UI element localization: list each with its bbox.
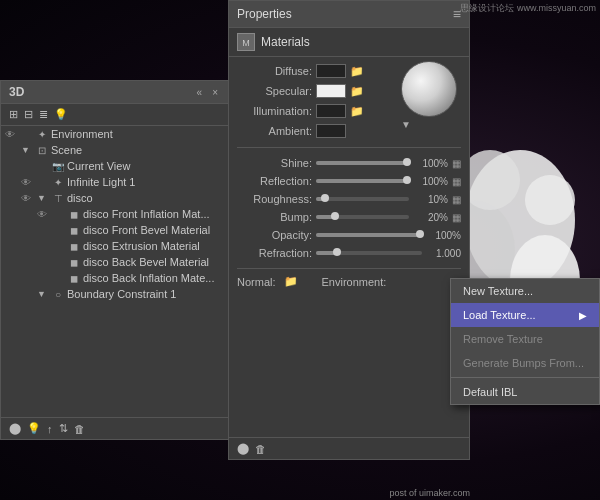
bottom-up-arrow-icon[interactable]: ↑ [47,423,53,435]
context-menu-default-ibl[interactable]: Default IBL [451,380,599,404]
opacity-slider[interactable] [316,233,422,237]
panel-close-icon[interactable]: × [209,86,221,99]
env-type-icon: ✦ [33,129,51,140]
shine-fill [316,161,407,165]
roughness-thumb[interactable] [321,194,329,202]
opacity-thumb[interactable] [416,230,424,238]
reflection-folder-icon[interactable]: ▦ [452,176,461,187]
refraction-label: Refraction: [237,247,312,259]
tree-item-disco-back-inflation[interactable]: ◼ disco Back Inflation Mate... [1,270,229,286]
expand-icon[interactable]: ▼ [21,145,33,155]
shine-slider[interactable] [316,161,409,165]
bump-row: Bump: 20% ▦ [237,208,461,226]
tree-item-disco-extrusion[interactable]: ◼ disco Extrusion Material [1,238,229,254]
scene-type-icon: ⊡ [33,145,51,156]
mesh-type-icon: ⊤ [49,193,67,204]
context-menu-generate-bumps: Generate Bumps From... [451,351,599,375]
roughness-value: 10% [413,194,448,205]
current-view-label: Current View [67,160,225,172]
constraint-type-icon: ○ [49,289,67,300]
eye-icon[interactable]: 👁 [37,209,53,220]
materials-tab[interactable]: M Materials [229,28,469,57]
eye-icon[interactable]: 👁 [5,129,21,140]
tree-item-disco-front-bevel[interactable]: ◼ disco Front Bevel Material [1,222,229,238]
tree-item-disco[interactable]: 👁 ▼ ⊤ disco [1,190,229,206]
shine-label: Shine: [237,157,312,169]
specular-folder-icon[interactable]: 📁 [350,85,364,98]
context-menu-load-texture[interactable]: Load Texture... ▶ [451,303,599,327]
illumination-swatch[interactable] [316,104,346,118]
bottom-light-icon[interactable]: 💡 [27,422,41,435]
tree-item-infinite-light[interactable]: 👁 ✦ Infinite Light 1 [1,174,229,190]
tree-item-current-view[interactable]: 📷 Current View [1,158,229,174]
illumination-folder-icon[interactable]: 📁 [350,105,364,118]
disco-back-inflation-label: disco Back Inflation Mate... [83,272,225,284]
illumination-label: Illumination: [237,105,312,117]
expand-icon[interactable]: ▼ [37,289,49,299]
disco-front-inflation-label: disco Front Inflation Mat... [83,208,225,220]
sphere-preview [401,61,457,117]
normal-label: Normal: [237,276,276,288]
roughness-folder-icon[interactable]: ▦ [452,194,461,205]
refraction-value: 1.000 [426,248,461,259]
shine-thumb[interactable] [403,158,411,166]
bump-folder-icon[interactable]: ▦ [452,212,461,223]
refraction-slider[interactable] [316,251,422,255]
properties-sphere-icon[interactable]: ⬤ [237,442,249,455]
normal-folder-icon[interactable]: 📁 [284,275,298,288]
bump-thumb[interactable] [331,212,339,220]
tree-item-scene[interactable]: ▼ ⊡ Scene [1,142,229,158]
roughness-slider[interactable] [316,197,409,201]
properties-title: Properties [237,7,292,21]
shine-row: Shine: 100% ▦ [237,154,461,172]
ambient-label: Ambient: [237,125,312,137]
specular-label: Specular: [237,85,312,97]
bottom-trash-icon[interactable]: 🗑 [74,423,85,435]
post-label-text: post of uimaker.com [389,488,470,498]
tree-item-boundary-constraint[interactable]: ▼ ○ Boundary Constraint 1 [1,286,229,302]
refraction-row: Refraction: 1.000 [237,244,461,262]
specular-swatch[interactable] [316,84,346,98]
materials-tab-icon: M [237,33,255,51]
bottom-sphere-icon[interactable]: ⬤ [9,422,21,435]
watermark: 思缘设计论坛 www.missyuan.com [456,0,600,17]
toolbar-grid-icon[interactable]: ⊞ [9,108,18,121]
toolbar-light-icon[interactable]: 💡 [54,108,68,121]
context-menu-separator [451,377,599,378]
diffuse-folder-icon[interactable]: 📁 [350,65,364,78]
reflection-thumb[interactable] [403,176,411,184]
bottom-move-icon[interactable]: ⇅ [59,422,68,435]
properties-trash-icon[interactable]: 🗑 [255,443,266,455]
toolbar-table-icon[interactable]: ⊟ [24,108,33,121]
bump-slider[interactable] [316,215,409,219]
3d-panel-title: 3D [9,85,24,99]
light-type-icon: ✦ [49,177,67,188]
expand-icon[interactable]: ▼ [37,193,49,203]
context-menu-remove-texture: Remove Texture [451,327,599,351]
toolbar-filter-icon[interactable]: ≣ [39,108,48,121]
mat-type-icon: ◼ [65,241,83,252]
separator [237,147,461,148]
mat-type-icon: ◼ [65,225,83,236]
shine-folder-icon[interactable]: ▦ [452,158,461,169]
eye-icon[interactable]: 👁 [21,177,37,188]
eye-icon[interactable]: 👁 [21,193,37,204]
tree-item-environment[interactable]: 👁 ✦ Environment [1,126,229,142]
properties-header: Properties ≡ [229,1,469,28]
3d-toolbar: ⊞ ⊟ ≣ 💡 [1,104,229,126]
ambient-swatch[interactable] [316,124,346,138]
reflection-slider[interactable] [316,179,409,183]
tree-item-disco-back-bevel[interactable]: ◼ disco Back Bevel Material [1,254,229,270]
context-menu-new-texture[interactable]: New Texture... [451,279,599,303]
opacity-label: Opacity: [237,229,312,241]
preview-chevron-icon[interactable]: ▼ [401,119,411,130]
load-texture-label: Load Texture... [463,309,536,321]
bump-value: 20% [413,212,448,223]
panel-collapse-icon[interactable]: « [194,86,206,99]
diffuse-swatch[interactable] [316,64,346,78]
post-label: post of uimaker.com [389,488,470,498]
refraction-thumb[interactable] [333,248,341,256]
tree-item-disco-front-inflation[interactable]: 👁 ◼ disco Front Inflation Mat... [1,206,229,222]
watermark-text: 思缘设计论坛 www.missyuan.com [460,3,596,13]
materials-tab-label: Materials [261,35,310,49]
